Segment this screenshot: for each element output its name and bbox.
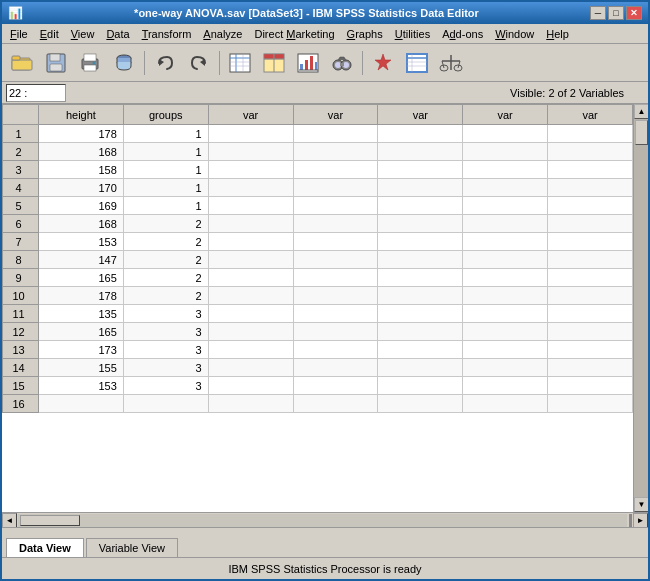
col-header-var1[interactable]: var <box>208 105 293 125</box>
cell-var[interactable] <box>463 269 548 287</box>
row-number[interactable]: 2 <box>3 143 39 161</box>
cell-groups[interactable]: 3 <box>123 305 208 323</box>
cell-groups[interactable]: 1 <box>123 179 208 197</box>
menu-view[interactable]: View <box>65 26 101 42</box>
cell-var[interactable] <box>208 161 293 179</box>
cell-var[interactable] <box>208 359 293 377</box>
cell-height[interactable]: 168 <box>39 143 124 161</box>
cell-groups[interactable]: 3 <box>123 341 208 359</box>
close-button[interactable]: ✕ <box>626 6 642 20</box>
cell-var[interactable] <box>463 287 548 305</box>
horizontal-scrollbar[interactable]: ◄ ► <box>2 512 648 527</box>
cell-height[interactable]: 169 <box>39 197 124 215</box>
database-button[interactable] <box>108 48 140 78</box>
row-number[interactable]: 16 <box>3 395 39 413</box>
cell-var[interactable] <box>463 323 548 341</box>
cell-groups[interactable]: 1 <box>123 161 208 179</box>
cell-height[interactable]: 153 <box>39 377 124 395</box>
cell-var[interactable] <box>293 251 378 269</box>
menu-addons[interactable]: Add-ons <box>436 26 489 42</box>
cell-groups[interactable]: 2 <box>123 251 208 269</box>
cell-height[interactable]: 173 <box>39 341 124 359</box>
cell-var[interactable] <box>463 161 548 179</box>
cell-var[interactable] <box>548 179 633 197</box>
cell-var[interactable] <box>463 341 548 359</box>
cell-var[interactable] <box>293 395 378 413</box>
cell-var[interactable] <box>463 395 548 413</box>
cell-var[interactable] <box>548 269 633 287</box>
cell-var[interactable] <box>548 341 633 359</box>
cell-height[interactable]: 165 <box>39 323 124 341</box>
row-number[interactable]: 1 <box>3 125 39 143</box>
cell-groups[interactable]: 2 <box>123 287 208 305</box>
scroll-thumb[interactable] <box>635 120 648 145</box>
cell-var[interactable] <box>463 305 548 323</box>
cell-var[interactable] <box>548 161 633 179</box>
scroll-up-arrow[interactable]: ▲ <box>634 104 648 119</box>
cell-height[interactable]: 147 <box>39 251 124 269</box>
cell-var[interactable] <box>208 305 293 323</box>
cell-var[interactable] <box>378 179 463 197</box>
variable-props-button[interactable] <box>401 48 433 78</box>
cell-var[interactable] <box>548 323 633 341</box>
cell-var[interactable] <box>208 179 293 197</box>
cell-height[interactable]: 170 <box>39 179 124 197</box>
cell-height[interactable]: 158 <box>39 161 124 179</box>
menu-transform[interactable]: Transform <box>136 26 198 42</box>
cell-var[interactable] <box>463 197 548 215</box>
cell-var[interactable] <box>378 287 463 305</box>
menu-direct-marketing[interactable]: Direct Marketing <box>248 26 340 42</box>
row-number[interactable]: 3 <box>3 161 39 179</box>
cell-groups[interactable]: 3 <box>123 359 208 377</box>
row-number[interactable]: 4 <box>3 179 39 197</box>
cell-var[interactable] <box>378 233 463 251</box>
cell-groups[interactable]: 1 <box>123 143 208 161</box>
cell-var[interactable] <box>548 251 633 269</box>
cell-groups[interactable]: 1 <box>123 125 208 143</box>
cell-groups[interactable] <box>123 395 208 413</box>
row-number[interactable]: 9 <box>3 269 39 287</box>
row-number[interactable]: 15 <box>3 377 39 395</box>
redo-button[interactable] <box>183 48 215 78</box>
cell-var[interactable] <box>548 143 633 161</box>
cell-var[interactable] <box>378 251 463 269</box>
cell-var[interactable] <box>293 305 378 323</box>
cell-var[interactable] <box>293 233 378 251</box>
cell-height[interactable]: 178 <box>39 125 124 143</box>
cell-height[interactable]: 153 <box>39 233 124 251</box>
cell-var[interactable] <box>378 269 463 287</box>
tab-data-view[interactable]: Data View <box>6 538 84 557</box>
cell-var[interactable] <box>293 377 378 395</box>
cell-var[interactable] <box>208 323 293 341</box>
cell-var[interactable] <box>548 197 633 215</box>
row-number[interactable]: 12 <box>3 323 39 341</box>
cell-var[interactable] <box>208 395 293 413</box>
col-header-height[interactable]: height <box>39 105 124 125</box>
cell-var[interactable] <box>548 125 633 143</box>
col-header-var3[interactable]: var <box>378 105 463 125</box>
cell-var[interactable] <box>293 359 378 377</box>
cell-groups[interactable]: 1 <box>123 197 208 215</box>
pivot-table-button[interactable] <box>258 48 290 78</box>
cell-var[interactable] <box>293 179 378 197</box>
scroll-right-arrow[interactable]: ► <box>633 513 648 528</box>
cell-groups[interactable]: 3 <box>123 323 208 341</box>
menu-edit[interactable]: Edit <box>34 26 65 42</box>
cell-groups[interactable]: 2 <box>123 215 208 233</box>
cell-var[interactable] <box>463 125 548 143</box>
cell-var[interactable] <box>208 269 293 287</box>
cell-var[interactable] <box>378 197 463 215</box>
cell-var[interactable] <box>548 215 633 233</box>
cell-var[interactable] <box>208 251 293 269</box>
cell-var[interactable] <box>293 125 378 143</box>
print-button[interactable] <box>74 48 106 78</box>
cell-var[interactable] <box>463 143 548 161</box>
cell-var[interactable] <box>208 125 293 143</box>
menu-graphs[interactable]: Graphs <box>341 26 389 42</box>
row-number[interactable]: 14 <box>3 359 39 377</box>
row-number[interactable]: 7 <box>3 233 39 251</box>
cell-var[interactable] <box>378 395 463 413</box>
hscroll-thumb[interactable] <box>20 515 80 526</box>
chart-button[interactable] <box>292 48 324 78</box>
maximize-button[interactable]: □ <box>608 6 624 20</box>
